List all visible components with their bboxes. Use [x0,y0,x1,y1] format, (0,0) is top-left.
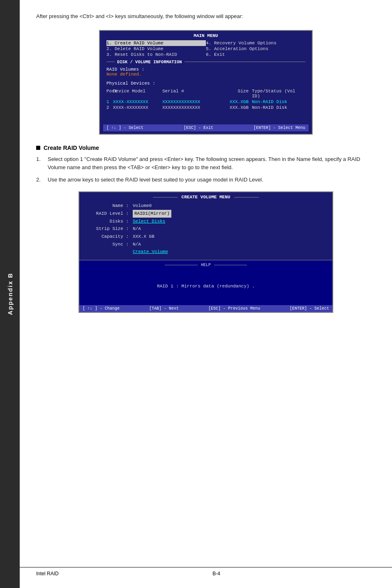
empty-label [88,248,129,256]
menu-col-left: 1. Create RAID Volume 2. Delete RAID Vol… [106,40,206,57]
step-1-text: Select option 1 "Create RAID Volume" and… [48,155,376,172]
menu-col-right: 4. Recovery Volume Options 5. Accelerati… [206,40,305,57]
menu-row: 1. Create RAID Volume 2. Delete RAID Vol… [103,40,309,58]
menu-item-4-label: Recovery Volume Options [214,41,277,46]
footer-enter: [ENTER] - Select Menu [254,126,305,130]
menu-item-3-num: 3. [106,52,112,57]
menu-item-2[interactable]: 2. Delete RAID Volume [106,46,206,52]
footer-left: Intel RAID [36,571,59,577]
create-volume-title-bar: CREATE VOLUME MENU [83,195,328,200]
capacity-label: Capacity : [88,233,129,241]
menu-item-5-label: Acceleration Options [214,46,268,51]
main-menu-title-bar: MAIN MENU [103,33,309,38]
footer-right [374,571,376,577]
menu-item-2-label: Delete RAID Volume [115,46,164,51]
step-2-num: 2. [36,176,44,184]
row2-device: XXXX-XXXXXXXX [113,105,162,110]
strip-size-value: N/A [133,225,171,233]
strip-size-label: Strip Size : [88,225,129,233]
table-header: Port Device Model Serial # Size Type/Sta… [103,88,309,99]
col-serial-header: Serial # [162,89,220,99]
footer-center: B-4 [212,571,220,577]
row1-serial: XXXXXXXXXXXXXX [162,99,220,104]
disks-value[interactable]: Select Disks [133,218,171,225]
row2-type: Non-RAID Disk [249,105,305,110]
sync-label: Sync : [88,241,129,248]
create-volume-action[interactable]: Create Volume [133,248,171,256]
row1-type: Non-RAID Disk [249,99,305,104]
table-row: 1 XXXX-XXXXXXXX XXXXXXXXXXXXXX XXX.XGB N… [103,99,309,105]
step-1-num: 1. [36,155,44,172]
help-title: HELP [199,263,212,267]
physical-devices-area: Physical Devices : [103,80,309,87]
main-menu-footer: [ ↑↓ ] - Select [ESC] - Exit [ENTER] - S… [103,124,309,131]
sidebar-label: Appendix B [7,273,14,315]
menu-item-5[interactable]: 5. Acceleration Options [206,46,305,52]
name-value: Volume0 [133,202,171,210]
col-device-header: Device Model [113,89,162,99]
menu-item-5-num: 5. [206,46,212,51]
menu-item-3[interactable]: 3. Reset Disks to Non-RAID [106,52,206,57]
raid-volumes-area: RAID Volumes : None defined. [103,66,309,78]
row1-device: XXXX-XXXXXXXX [113,99,162,104]
name-label: Name : [88,202,129,210]
row1-port: 1 [106,99,113,104]
menu-item-4[interactable]: 4. Recovery Volume Options [206,40,305,46]
capacity-value: XXX.X GB [133,233,171,241]
step-1: 1. Select option 1 "Create RAID Volume" … [36,155,376,172]
col-size-header: Size [220,89,249,99]
menu-item-1[interactable]: 1. Create RAID Volume [106,40,206,46]
menu-item-1-num: 1. [106,41,112,46]
help-body: RAID 1 : Mirrors data (redundancy) . [83,270,328,303]
raid-level-label: RAID Level : [88,210,129,218]
create-footer-prev: [ESC] - Previous Menu [208,306,260,311]
create-footer-next: [TAB] - Next [149,306,179,311]
disk-volume-title: DISK / VOLUME INFORMATION [115,59,184,65]
main-content: After pressing the <Ctrl> and <I> keys s… [20,0,392,588]
col-type-header: Type/Status (Vol ID) [249,89,305,99]
row2-serial: XXXXXXXXXXXXXX [162,105,220,110]
row2-port: 2 [106,105,113,110]
menu-item-4-num: 4. [206,41,212,46]
create-volume-top: CREATE VOLUME MENU Name : RAID Level : D… [79,192,332,260]
menu-item-3-label: Reset Disks to Non-RAID [115,52,177,57]
raid-level-value: RAID1(Mirror) [133,210,171,218]
footer-select: [ ↑↓ ] - Select [106,126,143,130]
menu-item-1-label: Create RAID Volume [115,41,164,46]
menu-item-6-num: 6. [206,52,212,57]
sync-value: N/A [133,241,171,248]
create-volume-bios-screen: CREATE VOLUME MENU Name : RAID Level : D… [78,191,333,313]
table-row: 2 XXXX-XXXXXXXX XXXXXXXXXXXXXX XXX.XGB N… [103,105,309,110]
section-heading: Create RAID Volume [36,145,376,151]
step-2-text: Use the arrow keys to select the RAID le… [48,176,263,184]
help-section: HELP RAID 1 : Mirrors data (redundancy) … [79,260,332,305]
create-volume-form: Name : RAID Level : Disks : Strip Size :… [83,202,328,258]
create-footer-select: [ENTER] - Select [290,306,329,311]
main-menu-title: MAIN MENU [191,33,220,38]
row1-size: XXX.XGB [220,99,249,104]
form-values: Volume0 RAID1(Mirror) Select Disks N/A X… [129,202,171,256]
physical-devices-label: Physical Devices : [106,81,155,86]
sidebar: Appendix B [0,0,20,588]
footer-exit: [ESC] - Exit [184,126,213,130]
menu-item-6[interactable]: 6. Exit [206,52,305,57]
disks-label: Disks : [88,218,129,225]
intro-text: After pressing the <Ctrl> and <I> keys s… [36,12,376,21]
section-heading-text: Create RAID Volume [44,145,99,151]
menu-item-6-label: Exit [214,52,225,57]
help-text: RAID 1 : Mirrors data (redundancy) . [157,284,255,289]
create-footer-change: [ ↑↓ ] - Change [83,306,120,311]
raid-volumes-label: RAID Volumes : [106,67,144,72]
menu-item-2-num: 2. [106,46,112,51]
help-title-bar: HELP [83,263,328,267]
steps-list: 1. Select option 1 "Create RAID Volume" … [36,155,376,184]
create-volume-title: CREATE VOLUME MENU [179,195,233,200]
create-footer: [ ↑↓ ] - Change [TAB] - Next [ESC] - Pre… [79,305,332,312]
main-bios-screen: MAIN MENU 1. Create RAID Volume 2. Delet… [99,30,313,135]
raid-none-defined: None defined. [106,72,142,77]
page-footer: Intel RAID B-4 [20,567,392,580]
step-2: 2. Use the arrow keys to select the RAID… [36,176,376,184]
col-port-header: Port [106,89,113,99]
form-labels: Name : RAID Level : Disks : Strip Size :… [88,202,129,256]
row2-size: XXX.XGB [220,105,249,110]
